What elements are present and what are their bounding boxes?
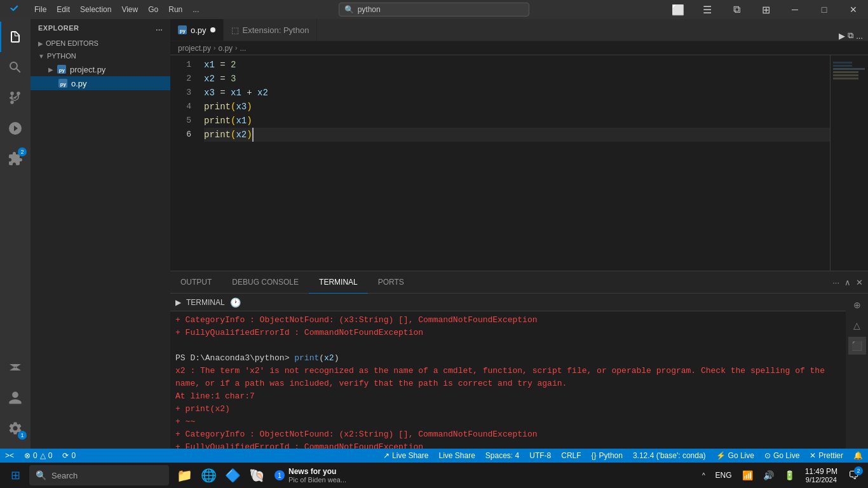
- panel-tab-debug[interactable]: DEBUG CONSOLE: [222, 271, 309, 294]
- maximize-btn[interactable]: □: [810, 0, 839, 19]
- taskbar-right: ^ ENG 📶 🔊 🔋 11:49 PM 9/12/2024 🗨 2: [697, 463, 865, 488]
- code-token: ): [247, 128, 252, 142]
- volume-status[interactable]: 🔊: [758, 463, 779, 488]
- lang-indicator[interactable]: ENG: [710, 463, 737, 488]
- language-status[interactable]: {} Python: [587, 449, 628, 463]
- sidebar-item-o-py[interactable]: py o.py: [31, 76, 170, 90]
- breadcrumb-o-py[interactable]: o.py: [218, 44, 233, 53]
- terminal-body[interactable]: + CategoryInfo : ObjectNotFound: (x3:Str…: [170, 311, 846, 449]
- live-share-status[interactable]: ↗ Live Share: [378, 449, 433, 463]
- panel-tab-output[interactable]: OUTPUT: [170, 271, 222, 294]
- line-numbers: 1 2 3 4 5 6: [170, 55, 199, 271]
- taskbar-file-explorer[interactable]: 📁: [173, 464, 196, 487]
- sidebar-title-actions[interactable]: ...: [156, 24, 163, 32]
- panel-tab-terminal[interactable]: TERMINAL: [309, 271, 368, 294]
- breadcrumb-sep-1: ›: [214, 44, 215, 51]
- spaces-status[interactable]: Spaces: 4: [480, 449, 524, 463]
- panel-close-icon[interactable]: ✕: [856, 278, 863, 287]
- svg-text:py: py: [180, 28, 186, 34]
- run-button[interactable]: ▶: [839, 31, 845, 41]
- activity-explorer[interactable]: [0, 22, 31, 52]
- panel-icon-1[interactable]: ⊕: [848, 296, 866, 314]
- activity-search[interactable]: [0, 52, 31, 83]
- menu-more[interactable]: ...: [187, 0, 204, 19]
- chrome-icon: 🌐: [201, 468, 217, 483]
- taskbar-chrome[interactable]: 🌐: [197, 464, 220, 487]
- code-token: =: [215, 72, 231, 86]
- python-header[interactable]: ▼ PYTHON: [31, 50, 170, 62]
- panel-more-icon[interactable]: ···: [832, 278, 839, 287]
- panel-up-icon[interactable]: ∧: [844, 278, 851, 287]
- go-live-2-status[interactable]: ⊙ Go Live: [759, 449, 804, 463]
- remote-status[interactable]: ><: [0, 449, 19, 463]
- split-editor-button[interactable]: ⧉: [848, 30, 853, 41]
- terminal-history-icon[interactable]: 🕐: [230, 297, 241, 308]
- warning-icon: △: [40, 451, 46, 460]
- network-status[interactable]: 📶: [737, 463, 758, 488]
- terminal-line: + CategoryInfo : ObjectNotFound: (x3:Str…: [175, 314, 841, 327]
- sync-status[interactable]: ⟳ 0: [57, 449, 81, 463]
- breadcrumb: project.py › o.py › ...: [170, 41, 868, 55]
- activity-source-control[interactable]: [0, 83, 31, 113]
- encoding-status[interactable]: UTF-8: [524, 449, 556, 463]
- sidebar-item-project-py[interactable]: ▶ py project.py: [31, 62, 170, 76]
- panel-icon-2[interactable]: △: [848, 316, 866, 334]
- menu-edit[interactable]: Edit: [51, 0, 75, 19]
- activity-run-debug[interactable]: [0, 113, 31, 144]
- minimize-btn[interactable]: ─: [780, 0, 810, 19]
- panel-icon-3[interactable]: ⬛: [848, 337, 866, 355]
- battery-status[interactable]: 🔋: [779, 463, 800, 488]
- line-col-status[interactable]: Live Share: [433, 449, 480, 463]
- clock[interactable]: 11:49 PM 9/12/2024: [800, 467, 843, 484]
- activity-settings[interactable]: 1: [0, 413, 31, 444]
- code-token: print: [204, 114, 231, 128]
- editor-more-button[interactable]: ...: [856, 31, 863, 41]
- go-live-status[interactable]: ⚡ Go Live: [711, 449, 759, 463]
- taskbar-search-box[interactable]: 🔍 Search: [29, 465, 169, 485]
- python-version-label: 3.12.4 ('base': conda): [633, 451, 706, 460]
- open-editors-header[interactable]: ▶ OPEN EDITORS: [31, 37, 170, 50]
- terminal-expand-icon[interactable]: ▶: [175, 298, 181, 307]
- taskbar-news[interactable]: 1 News for you Pic of Biden wea...: [269, 463, 351, 488]
- time-label: 11:49 PM: [805, 467, 837, 476]
- taskbar-terminal[interactable]: 🐚: [245, 464, 268, 487]
- taskbar-search-label: Search: [51, 471, 78, 480]
- edge-icon: 🔷: [225, 468, 241, 483]
- system-tray-expand[interactable]: ^: [697, 463, 710, 488]
- breadcrumb-project[interactable]: project.py: [178, 44, 211, 53]
- menu-bar: File Edit Selection View Go Run ...: [29, 0, 204, 19]
- python-version-status[interactable]: 3.12.4 ('base': conda): [628, 449, 711, 463]
- errors-status[interactable]: ⊗ 0 △ 0: [19, 449, 57, 463]
- code-content[interactable]: x1 = 2 x2 = 3 x3 = x1 + x2 print(x3): [199, 55, 830, 271]
- menu-selection[interactable]: Selection: [75, 0, 116, 19]
- bell-status[interactable]: 🔔: [848, 449, 868, 463]
- eol-status[interactable]: CRLF: [556, 449, 586, 463]
- activity-account[interactable]: [0, 383, 31, 413]
- go-live-icon: ⚡: [716, 451, 726, 460]
- prettier-status[interactable]: ✕ Prettier: [804, 449, 848, 463]
- taskbar-edge[interactable]: 🔷: [221, 464, 244, 487]
- activity-extensions[interactable]: 2: [0, 144, 31, 174]
- editor-actions: ▶ ⧉ ...: [839, 30, 868, 41]
- menu-file[interactable]: File: [29, 0, 51, 19]
- panel-tab-ports[interactable]: PORTS: [368, 271, 414, 294]
- breadcrumb-more[interactable]: ...: [240, 44, 246, 53]
- split-layout-btn[interactable]: ⧉: [722, 0, 751, 19]
- notification-badge: 2: [854, 466, 863, 475]
- panel-toggle-btn[interactable]: ☰: [693, 0, 722, 19]
- code-editor[interactable]: 1 2 3 4 5 6 x1 = 2: [170, 55, 868, 271]
- code-line-3: x3 = x1 + x2: [204, 86, 830, 100]
- close-btn[interactable]: ✕: [839, 0, 868, 19]
- activity-remote[interactable]: [0, 352, 31, 383]
- menu-run[interactable]: Run: [163, 0, 187, 19]
- python-file-icon-o: py: [58, 79, 67, 88]
- notification-center[interactable]: 🗨 2: [843, 464, 865, 487]
- command-search[interactable]: 🔍 python: [339, 3, 529, 17]
- tab-extension-python[interactable]: ⬚ Extension: Python: [224, 19, 318, 41]
- grid-layout-btn[interactable]: ⊞: [751, 0, 780, 19]
- start-button[interactable]: ⊞: [3, 464, 28, 487]
- layout-toggle-btn[interactable]: ⬜: [663, 0, 693, 19]
- menu-view[interactable]: View: [116, 0, 143, 19]
- menu-go[interactable]: Go: [143, 0, 163, 19]
- tab-o-py[interactable]: py o.py: [170, 19, 224, 41]
